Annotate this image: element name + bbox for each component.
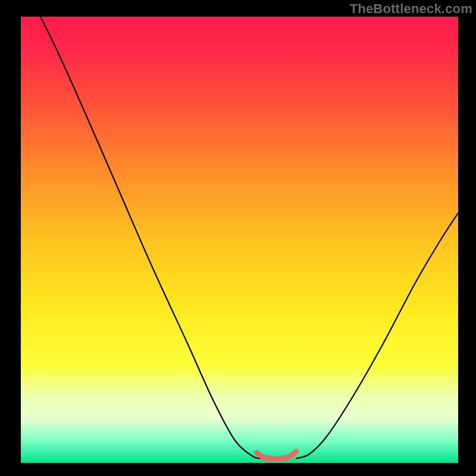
bottleneck-chart	[0, 0, 476, 476]
gradient-background	[21, 17, 458, 463]
watermark-text: TheBottleneck.com	[350, 1, 472, 17]
chart-frame: { "watermark": "TheBottleneck.com", "col…	[0, 0, 476, 476]
